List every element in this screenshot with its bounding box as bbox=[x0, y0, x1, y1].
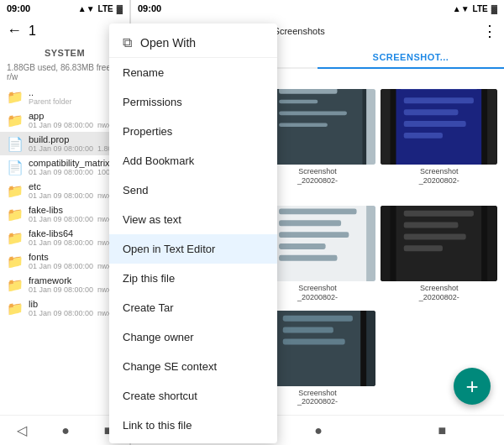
menu-item-change-owner[interactable]: Change owner bbox=[109, 322, 277, 352]
svg-rect-37 bbox=[396, 206, 482, 281]
svg-rect-33 bbox=[279, 255, 337, 261]
svg-rect-13 bbox=[404, 109, 459, 115]
menu-item-change-se-context[interactable]: Change SE context bbox=[109, 352, 277, 381]
svg-rect-5 bbox=[279, 112, 347, 116]
menu-item-permissions[interactable]: Permissions bbox=[109, 87, 277, 117]
right-signal-icon: ▲▼ bbox=[453, 4, 470, 13]
svg-rect-58 bbox=[282, 327, 333, 332]
grid-label-7: Screenshot_20200802- bbox=[297, 389, 338, 407]
grid-item-screenshot-2[interactable]: Screenshot_20200802- bbox=[381, 89, 497, 201]
svg-rect-59 bbox=[282, 338, 344, 344]
menu-item-rename[interactable]: Rename bbox=[109, 58, 277, 87]
more-options-button[interactable]: ⋮ bbox=[482, 22, 497, 40]
menu-item-link-to-file[interactable]: Link to this file bbox=[109, 411, 277, 440]
menu-item-properties[interactable]: Properties bbox=[109, 117, 277, 146]
menu-item-view-as-text[interactable]: View as text bbox=[109, 205, 277, 234]
svg-rect-29 bbox=[279, 209, 356, 215]
svg-rect-42 bbox=[404, 245, 443, 251]
svg-rect-30 bbox=[279, 220, 341, 226]
svg-rect-39 bbox=[404, 211, 474, 217]
right-recents-nav-icon[interactable]: ■ bbox=[438, 423, 447, 438]
menu-item-add-bookmark[interactable]: Add Bookmark bbox=[109, 146, 277, 175]
menu-item-create-tar[interactable]: Create Tar bbox=[109, 293, 277, 322]
tab-screenshot[interactable]: SCREENSHOT... bbox=[318, 45, 504, 69]
fab-icon: + bbox=[465, 374, 478, 400]
svg-rect-57 bbox=[282, 315, 352, 321]
context-menu: ⧉ Open With Rename Permissions Propertie… bbox=[109, 24, 277, 443]
fab-button[interactable]: + bbox=[454, 368, 491, 405]
right-status-icons: ▲▼ LTE ▓ bbox=[453, 3, 497, 13]
context-menu-title: Open With bbox=[140, 36, 196, 50]
grid-label-2: Screenshot_20200802- bbox=[419, 167, 459, 186]
grid-label-4: Screenshot_20200802- bbox=[297, 284, 338, 302]
menu-item-send[interactable]: Send bbox=[109, 175, 277, 205]
menu-item-open-in-text-editor[interactable]: Open in Text Editor bbox=[109, 234, 277, 264]
right-home-nav-icon[interactable]: ● bbox=[314, 423, 323, 438]
svg-rect-3 bbox=[279, 89, 337, 94]
svg-rect-6 bbox=[279, 123, 328, 127]
svg-rect-4 bbox=[279, 100, 318, 104]
svg-rect-11 bbox=[400, 89, 477, 90]
right-time: 09:00 bbox=[138, 3, 161, 13]
screenshot-thumbnail-5 bbox=[381, 206, 497, 281]
svg-rect-40 bbox=[404, 222, 459, 228]
right-battery-icon: ▓ bbox=[491, 4, 497, 13]
context-menu-header: ⧉ Open With bbox=[109, 27, 277, 58]
menu-item-create-shortcut[interactable]: Create shortcut bbox=[109, 381, 277, 411]
menu-item-zip-file[interactable]: Zip this file bbox=[109, 264, 277, 293]
svg-rect-32 bbox=[279, 243, 325, 249]
right-lte-label: LTE bbox=[473, 4, 488, 13]
svg-rect-31 bbox=[279, 232, 349, 238]
open-with-icon: ⧉ bbox=[123, 35, 132, 50]
right-status-bar: 09:00 ▲▼ LTE ▓ bbox=[131, 0, 504, 17]
svg-rect-55 bbox=[275, 311, 360, 386]
screenshot-thumbnail-2 bbox=[381, 89, 497, 165]
svg-rect-14 bbox=[404, 121, 466, 127]
left-panel: 09:00 ▲▼ LTE ▓ ← 1 SYSTEM 1.88GB used, 8… bbox=[0, 0, 130, 445]
svg-rect-41 bbox=[404, 234, 466, 240]
grid-label-1: Screenshot_20200802- bbox=[297, 167, 338, 186]
context-menu-overlay: ⧉ Open With Rename Permissions Propertie… bbox=[0, 0, 129, 445]
grid-item-screenshot-5[interactable]: Screenshot_20200802- bbox=[381, 206, 497, 305]
grid-label-5: Screenshot_20200802- bbox=[419, 284, 459, 302]
svg-rect-12 bbox=[404, 97, 474, 103]
svg-rect-15 bbox=[404, 133, 443, 139]
